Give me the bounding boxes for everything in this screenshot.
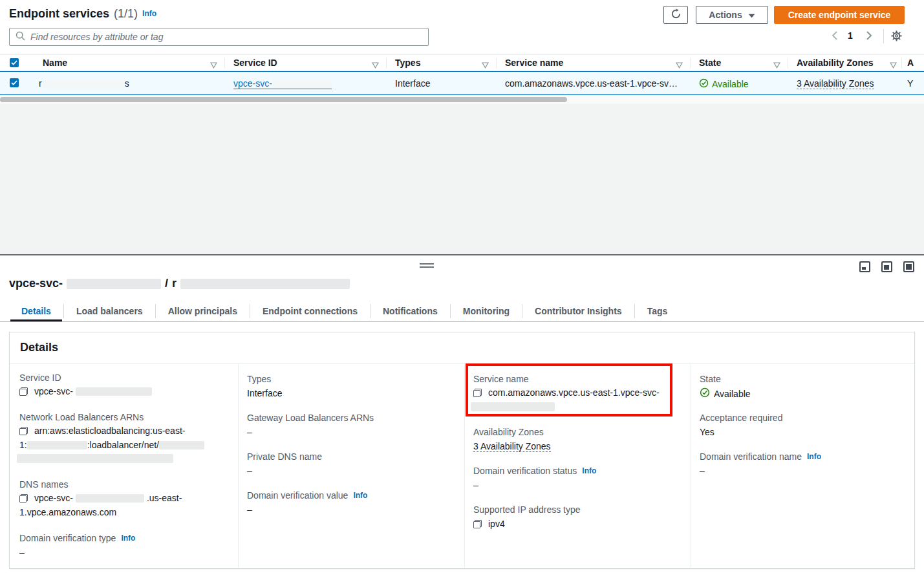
info-link[interactable]: Info bbox=[582, 466, 596, 475]
row-state-cell: Available bbox=[699, 78, 749, 90]
tab-load-balancers[interactable]: Load balancers bbox=[64, 300, 155, 321]
refresh-icon bbox=[671, 8, 682, 21]
filter-icon[interactable] bbox=[773, 59, 780, 71]
panel-title: vpce-svc- / r bbox=[9, 277, 350, 290]
row-types-cell: Interface bbox=[395, 78, 430, 89]
service-name-label: Service name bbox=[473, 374, 529, 384]
column-header-service-name[interactable]: Service name bbox=[505, 58, 563, 68]
supported-ip-label: Supported IP address type bbox=[473, 504, 581, 515]
select-all-checkbox[interactable] bbox=[10, 58, 19, 67]
page-title: Endpoint services bbox=[9, 7, 109, 21]
redacted-text bbox=[159, 441, 204, 449]
filter-icon[interactable] bbox=[890, 59, 897, 71]
panel-title-separator: / bbox=[165, 277, 168, 290]
pagination-next-icon[interactable] bbox=[866, 30, 874, 41]
nlb-arns-text1: arn:aws:elasticloadbalancing:us-east- bbox=[34, 426, 185, 436]
info-link[interactable]: Info bbox=[807, 452, 821, 461]
row-cutoff-cell: Y bbox=[907, 78, 913, 89]
copy-icon[interactable] bbox=[19, 427, 28, 435]
state-label: State bbox=[700, 374, 721, 384]
copy-icon[interactable] bbox=[473, 520, 482, 528]
dns-names-label: DNS names bbox=[19, 479, 68, 490]
column-divider bbox=[788, 58, 788, 69]
domain-verification-status-text: Domain verification status bbox=[473, 466, 577, 476]
panel-drag-handle[interactable] bbox=[420, 263, 434, 269]
caret-down-icon bbox=[748, 10, 755, 20]
search-box[interactable] bbox=[9, 28, 429, 46]
page-info-link[interactable]: Info bbox=[142, 9, 156, 18]
column-header-name[interactable]: Name bbox=[43, 58, 67, 68]
tab-monitoring[interactable]: Monitoring bbox=[451, 300, 522, 321]
supported-ip-value: ipv4 bbox=[473, 519, 505, 529]
create-endpoint-service-button[interactable]: Create endpoint service bbox=[774, 6, 905, 24]
column-divider bbox=[464, 364, 465, 568]
nlb-arns-text2b: :loadbalancer/net/ bbox=[87, 440, 159, 450]
info-link[interactable]: Info bbox=[353, 491, 367, 500]
tab-endpoint-connections[interactable]: Endpoint connections bbox=[250, 300, 370, 321]
search-input[interactable] bbox=[30, 32, 422, 42]
column-header-state[interactable]: State bbox=[699, 58, 721, 68]
column-header-service-id[interactable]: Service ID bbox=[233, 58, 277, 68]
row-name-end: s bbox=[125, 78, 129, 89]
copy-icon[interactable] bbox=[19, 494, 28, 503]
column-header-types[interactable]: Types bbox=[395, 58, 420, 68]
tab-contributor-insights[interactable]: Contributor Insights bbox=[522, 300, 634, 321]
service-id-value: vpce-svc- bbox=[19, 386, 152, 396]
row-availability-zones-link[interactable]: 3 Availability Zones bbox=[797, 78, 874, 89]
pagination-prev-icon[interactable] bbox=[832, 30, 839, 41]
tab-tags[interactable]: Tags bbox=[635, 300, 680, 321]
availability-zones-label: Availability Zones bbox=[473, 427, 544, 437]
row-name-cell: rs bbox=[39, 78, 129, 89]
domain-verification-name-text: Domain verification name bbox=[700, 451, 802, 462]
actions-button[interactable]: Actions bbox=[696, 6, 768, 24]
copy-icon[interactable] bbox=[473, 389, 482, 397]
row-state-label: Available bbox=[712, 79, 749, 89]
table-row[interactable]: rs vpce-svc- Interface com.amazonaws.vpc… bbox=[0, 71, 924, 95]
nlb-arns-label: Network Load Balancers ARNs bbox=[19, 412, 144, 422]
filter-icon[interactable] bbox=[372, 59, 379, 71]
row-service-name-cell: com.amazonaws.vpce.us-east-1.vpce-sv… bbox=[505, 78, 678, 89]
domain-verification-status-label: Domain verification status Info bbox=[473, 466, 596, 476]
glb-arns-value: – bbox=[247, 427, 252, 437]
acceptance-required-label: Acceptance required bbox=[700, 413, 782, 423]
pagination-page-number[interactable]: 1 bbox=[848, 30, 853, 41]
actions-button-label: Actions bbox=[709, 10, 742, 20]
tab-details[interactable]: Details bbox=[9, 300, 63, 321]
dns-names-text1a: vpce-svc- bbox=[34, 493, 73, 503]
column-divider bbox=[496, 58, 497, 69]
refresh-button[interactable] bbox=[663, 6, 688, 24]
copy-icon[interactable] bbox=[19, 387, 28, 396]
domain-verification-name-value: – bbox=[700, 466, 705, 476]
filter-icon[interactable] bbox=[676, 59, 683, 71]
domain-verification-type-label: Domain verification type Info bbox=[19, 533, 135, 543]
search-icon bbox=[16, 31, 25, 43]
panel-size-medium-icon[interactable] bbox=[881, 261, 892, 272]
service-name-text: com.amazonaws.vpce.us-east-1.vpce-svc- bbox=[488, 387, 660, 398]
panel-title-name-start: r bbox=[172, 277, 177, 290]
available-check-icon bbox=[700, 387, 710, 400]
info-link[interactable]: Info bbox=[121, 534, 135, 543]
filter-icon[interactable] bbox=[210, 59, 217, 71]
pagination-divider bbox=[883, 29, 884, 43]
panel-size-large-icon[interactable] bbox=[903, 261, 914, 272]
state-text: Available bbox=[714, 389, 751, 399]
row-checkbox[interactable] bbox=[10, 78, 19, 87]
types-value: Interface bbox=[247, 388, 282, 398]
settings-gear-icon[interactable] bbox=[890, 30, 903, 45]
panel-size-small-icon[interactable] bbox=[859, 261, 870, 272]
endpoint-services-page: Endpoint services (1/1) Info Actions Cre… bbox=[0, 0, 924, 573]
redacted-text bbox=[27, 441, 87, 449]
tab-notifications[interactable]: Notifications bbox=[371, 300, 450, 321]
service-id-text: vpce-svc- bbox=[34, 386, 73, 396]
redacted-text bbox=[76, 494, 144, 503]
column-header-availability-zones[interactable]: Availability Zones bbox=[797, 58, 874, 68]
domain-verification-type-text: Domain verification type bbox=[19, 533, 116, 543]
tab-allow-principals[interactable]: Allow principals bbox=[156, 300, 250, 321]
filter-icon[interactable] bbox=[482, 59, 489, 71]
empty-background-area bbox=[0, 103, 924, 254]
row-service-id-link[interactable]: vpce-svc- bbox=[233, 78, 332, 89]
horizontal-scrollbar-thumb[interactable] bbox=[0, 97, 567, 102]
column-header-cutoff[interactable]: A bbox=[907, 58, 914, 68]
availability-zones-link[interactable]: 3 Availability Zones bbox=[473, 441, 551, 452]
panel-tabs: Details Load balancers Allow principals … bbox=[0, 300, 924, 322]
